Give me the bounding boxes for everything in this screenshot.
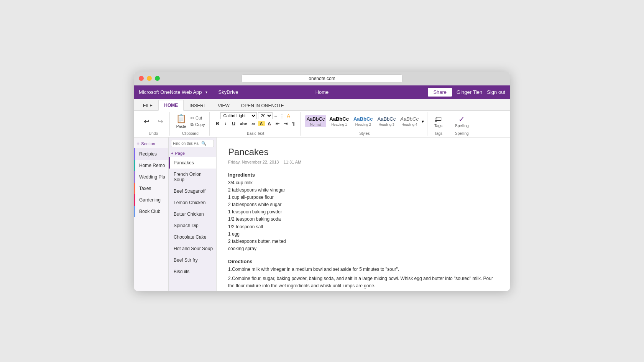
font-family-select[interactable]: Calibri Light <box>220 112 257 119</box>
redo-button[interactable]: ↪ <box>154 117 166 126</box>
search-input[interactable] <box>173 141 200 146</box>
minimize-button[interactable] <box>147 76 152 81</box>
underline-button[interactable]: U <box>230 121 237 127</box>
page-item-beef-stir-fry[interactable]: Beef Stir fry <box>169 254 216 266</box>
basic-text-content: Calibri Light 20 ≡ ⋮ A B I U abc <box>214 112 297 131</box>
close-button[interactable] <box>139 76 144 81</box>
url-bar[interactable]: onenote.com <box>242 74 402 83</box>
tab-open-in-onenote[interactable]: OPEN IN ONENOTE <box>235 100 290 111</box>
page-title: Pancakes <box>228 147 498 157</box>
paste-icon: 📋 <box>176 114 186 124</box>
paragraph-options-icon[interactable]: ¶ <box>290 121 297 127</box>
styles-more-icon[interactable]: ▾ <box>422 119 424 124</box>
page-item-lemon-chicken[interactable]: Lemon Chicken <box>169 197 216 208</box>
content-area[interactable]: Pancakes Friday, November 22, 2013 11:31… <box>217 138 510 291</box>
style-h2[interactable]: AaBbCc Heading 2 <box>352 115 375 127</box>
font-row-1: Calibri Light 20 ≡ ⋮ A <box>220 112 291 120</box>
styles-label: Styles <box>359 131 370 136</box>
spelling-group-label: Spelling <box>455 131 469 136</box>
sign-out-link[interactable]: Sign out <box>487 89 505 95</box>
paste-button[interactable]: 📋 Paste <box>174 113 188 129</box>
search-bar: 🔍 <box>171 140 214 147</box>
add-section-header[interactable]: + Section <box>134 138 168 148</box>
page-date-text: Friday, November 22, 2013 <box>228 160 279 164</box>
app-bar-left: Microsoft OneNote Web App ▾ SkyDrive <box>139 89 315 96</box>
style-h1[interactable]: AaBbCc Heading 1 <box>328 115 350 127</box>
title-bar: onenote.com <box>134 72 510 85</box>
cut-button[interactable]: ✂ Cut <box>189 115 206 121</box>
subscript-button[interactable]: x₂ <box>250 121 257 126</box>
page-item-chocolate-cake[interactable]: Chocolate Cake <box>169 231 216 243</box>
ingredient-1: 3/4 cup milk <box>228 179 498 187</box>
clipboard-group: 📋 Paste ✂ Cut ⧉ Copy Clipboard <box>171 112 210 136</box>
url-text: onenote.com <box>309 76 335 81</box>
spelling-label: Spelling <box>455 124 469 128</box>
main-layout: + Section Recipies Home Remo Wedding Pla… <box>134 138 510 291</box>
tag-label: Tags <box>434 124 442 128</box>
ingredient-8: 1 egg <box>228 231 498 238</box>
section-header-label: Section <box>141 141 155 146</box>
page-item-hot-and-sour-soup[interactable]: Hot and Sour Soup <box>169 243 216 254</box>
ingredient-2: 2 tablespoons white vinegar <box>228 187 498 194</box>
tags-content: 🏷 Tags <box>432 112 445 131</box>
text-color-icon[interactable]: A <box>286 112 291 120</box>
page-item-beef-straganoff[interactable]: Beef Straganoff <box>169 185 216 197</box>
indent-decrease-icon[interactable]: ⇤ <box>274 121 281 127</box>
style-h4-sample: AaBbCc <box>400 116 419 123</box>
tab-view[interactable]: VIEW <box>212 100 235 111</box>
indent-increase-icon[interactable]: ⇥ <box>282 121 289 127</box>
page-item-french-onion-soup[interactable]: French Onion Soup <box>169 169 216 185</box>
style-h2-label: Heading 2 <box>355 123 371 126</box>
style-h2-sample: AaBbCc <box>353 116 373 123</box>
add-page-header[interactable]: + Page <box>169 149 216 157</box>
undo-group-content: ↩ ↪ <box>140 112 166 131</box>
cut-icon: ✂ <box>191 116 194 121</box>
numbered-list-icon[interactable]: ⋮ <box>279 112 285 120</box>
copy-icon: ⧉ <box>191 122 194 127</box>
italic-button[interactable]: I <box>222 121 229 127</box>
ingredient-6: 1/2 teaspoon baking soda <box>228 216 498 223</box>
notebook-item-home-remo[interactable]: Home Remo <box>134 160 168 171</box>
clipboard-label: Clipboard <box>182 131 199 136</box>
copy-label: Copy <box>195 122 205 127</box>
app-bar: Microsoft OneNote Web App ▾ SkyDrive Hom… <box>134 85 510 99</box>
style-h3[interactable]: AaBbCc Heading 3 <box>376 115 398 127</box>
ingredient-10: cooking spray <box>228 245 498 252</box>
notebook-item-taxes[interactable]: Taxes <box>134 183 168 194</box>
undo-button[interactable]: ↩ <box>140 117 153 126</box>
notebook-item-gardening[interactable]: Gardening <box>134 194 168 206</box>
undo-group: ↩ ↪ Undo <box>137 112 170 136</box>
bold-button[interactable]: B <box>214 121 221 127</box>
redo-icon: ↪ <box>158 118 163 125</box>
notebook-items: Recipies Home Remo Wedding Pla Taxes Gar… <box>134 148 168 291</box>
share-button[interactable]: Share <box>428 88 452 97</box>
tab-insert[interactable]: INSERT <box>184 100 212 111</box>
style-normal[interactable]: AaBbCc Normal <box>305 115 327 127</box>
ingredient-9: 2 tablespoons butter, melted <box>228 238 498 245</box>
tab-home[interactable]: HOME <box>158 100 184 111</box>
spelling-button[interactable]: ✓ Spelling <box>453 114 471 129</box>
page-item-pancakes[interactable]: Pancakes <box>169 157 216 169</box>
highlight-button[interactable]: A <box>258 121 265 126</box>
notebook-item-wedding-pla[interactable]: Wedding Pla <box>134 171 168 183</box>
tab-file[interactable]: FILE <box>137 100 158 111</box>
notebook-item-recipies[interactable]: Recipies <box>134 148 168 160</box>
styles-content: AaBbCc Normal AaBbCc Heading 1 AaBbCc He… <box>305 112 424 131</box>
ingredient-4: 2 tablespoons white sugar <box>228 201 498 208</box>
notebook-item-book-club[interactable]: Book Club <box>134 206 168 217</box>
bullet-list-icon[interactable]: ≡ <box>274 112 278 120</box>
copy-button[interactable]: ⧉ Copy <box>189 122 206 128</box>
tags-group: 🏷 Tags Tags <box>429 112 448 136</box>
style-h4[interactable]: AaBbCc Heading 4 <box>399 115 420 127</box>
page-item-butter-chicken[interactable]: Butter Chicken <box>169 208 216 220</box>
app-title-dropdown-icon[interactable]: ▾ <box>205 90 207 94</box>
font-color-button[interactable]: A <box>266 121 273 127</box>
page-item-spinach-dip[interactable]: Spinach Dip <box>169 220 216 231</box>
strikethrough-button[interactable]: abc <box>238 121 249 126</box>
maximize-button[interactable] <box>155 76 160 81</box>
spelling-group: ✓ Spelling Spelling <box>450 112 474 136</box>
font-size-select[interactable]: 20 <box>258 112 273 119</box>
ribbon-tabs: FILE HOME INSERT VIEW OPEN IN ONENOTE <box>134 99 510 111</box>
tag-button[interactable]: 🏷 Tags <box>432 114 445 129</box>
page-item-biscuits[interactable]: Biscuits <box>169 266 216 277</box>
